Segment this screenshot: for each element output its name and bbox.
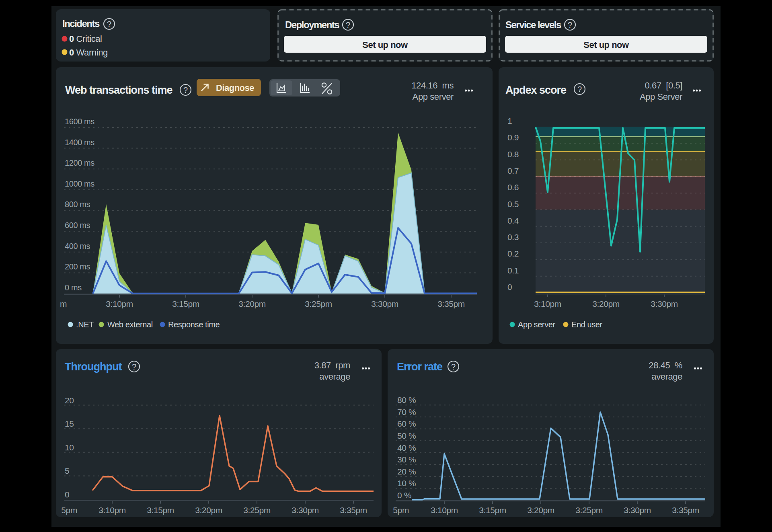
svg-text:70 %: 70 % xyxy=(397,407,416,417)
svg-text:5: 5 xyxy=(65,466,69,475)
svg-text:1200 ms: 1200 ms xyxy=(65,158,94,167)
svg-text:10 %: 10 % xyxy=(397,479,416,488)
svg-text:80 %: 80 % xyxy=(397,395,416,405)
svg-text:3:10pm: 3:10pm xyxy=(99,505,126,515)
svg-text:1000 ms: 1000 ms xyxy=(65,179,94,188)
svg-text:0.7: 0.7 xyxy=(507,166,519,175)
svg-text:3:30pm: 3:30pm xyxy=(624,505,651,515)
svg-text:0.3: 0.3 xyxy=(507,232,519,242)
svg-text:60 %: 60 % xyxy=(397,419,416,428)
svg-text:800 ms: 800 ms xyxy=(65,200,90,209)
svg-text:600 ms: 600 ms xyxy=(65,221,90,230)
svg-text:3:25pm: 3:25pm xyxy=(575,505,603,515)
svg-text:1: 1 xyxy=(507,116,512,125)
svg-text:5pm: 5pm xyxy=(61,505,77,515)
svg-text:3:20pm: 3:20pm xyxy=(527,505,554,515)
svg-text:Web external: Web external xyxy=(107,320,153,329)
svg-text:Response time: Response time xyxy=(168,320,220,329)
svg-text:3:30pm: 3:30pm xyxy=(651,299,678,308)
svg-text:?: ? xyxy=(346,21,350,29)
svg-text:0 ms: 0 ms xyxy=(65,283,82,292)
svg-text:3:25pm: 3:25pm xyxy=(305,299,332,308)
svg-text:0.2: 0.2 xyxy=(507,249,519,258)
svg-text:0.5: 0.5 xyxy=(507,199,519,209)
svg-text:End user: End user xyxy=(571,320,603,329)
svg-text:1600 ms: 1600 ms xyxy=(65,117,94,126)
svg-text:3:20pm: 3:20pm xyxy=(238,299,266,308)
svg-text:m: m xyxy=(60,299,67,308)
svg-text:0 %: 0 % xyxy=(397,491,411,500)
svg-text:10: 10 xyxy=(65,443,74,452)
svg-text:3:20pm: 3:20pm xyxy=(195,505,222,515)
svg-text:0: 0 xyxy=(507,282,512,292)
svg-text:3:20pm: 3:20pm xyxy=(592,299,620,308)
svg-text:3:35pm: 3:35pm xyxy=(340,505,367,515)
svg-text:0.6: 0.6 xyxy=(507,183,519,192)
svg-text:3:35pm: 3:35pm xyxy=(672,505,699,515)
svg-text:3:25pm: 3:25pm xyxy=(243,505,271,515)
svg-text:400 ms: 400 ms xyxy=(65,242,90,251)
svg-text:5pm: 5pm xyxy=(393,505,409,515)
svg-text:0.9: 0.9 xyxy=(507,133,519,142)
svg-text:3:15pm: 3:15pm xyxy=(172,299,199,308)
svg-text:30 %: 30 % xyxy=(397,455,416,464)
svg-text:3:10pm: 3:10pm xyxy=(431,505,458,515)
svg-text:3:15pm: 3:15pm xyxy=(147,505,174,515)
svg-text:3:30pm: 3:30pm xyxy=(292,505,319,515)
svg-text:200 ms: 200 ms xyxy=(65,262,90,271)
svg-text:0.4: 0.4 xyxy=(507,216,519,225)
svg-text:0.8: 0.8 xyxy=(507,150,519,159)
svg-text:?: ? xyxy=(107,20,111,29)
svg-text:20: 20 xyxy=(65,396,74,405)
svg-text:40 %: 40 % xyxy=(397,443,416,452)
svg-text:App server: App server xyxy=(518,320,555,329)
svg-text:20 %: 20 % xyxy=(397,467,416,476)
svg-text:3:10pm: 3:10pm xyxy=(106,299,133,308)
svg-text:3:15pm: 3:15pm xyxy=(479,505,506,515)
svg-text:3:35pm: 3:35pm xyxy=(437,299,465,308)
svg-text:50 %: 50 % xyxy=(397,431,416,440)
svg-text:15: 15 xyxy=(65,419,74,428)
svg-text:1400 ms: 1400 ms xyxy=(65,138,94,147)
svg-text:3:30pm: 3:30pm xyxy=(371,299,398,308)
svg-text:3:10pm: 3:10pm xyxy=(534,299,561,308)
svg-text:0: 0 xyxy=(65,490,69,499)
svg-text:.NET: .NET xyxy=(76,320,94,329)
svg-text:0.1: 0.1 xyxy=(507,266,519,275)
svg-text:?: ? xyxy=(568,21,572,29)
